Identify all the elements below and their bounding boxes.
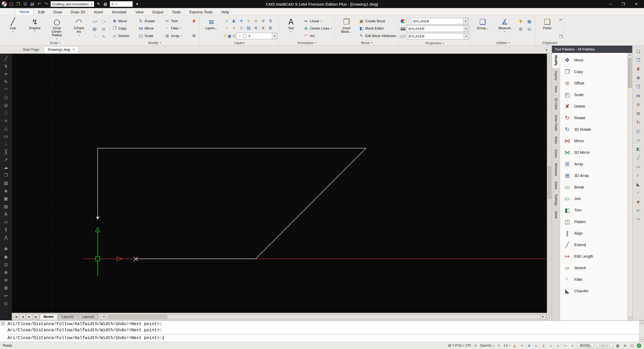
hatch-icon[interactable]: ▨ <box>2 179 10 187</box>
palette-tab-windows[interactable]: Windows <box>552 161 560 179</box>
mirror-icon[interactable]: ⋈ <box>634 92 643 100</box>
point-icon[interactable]: ∴ <box>2 140 10 148</box>
menu-tab-view[interactable]: View <box>131 9 148 15</box>
panel-label-properties[interactable]: Properties▾ <box>401 41 469 45</box>
palette-item-stretch[interactable]: ▱Stretch <box>560 262 627 274</box>
sweep-button[interactable]: ✽ <box>190 32 198 39</box>
group-button[interactable]: ❏Group... <box>473 17 493 40</box>
panel-label-draw[interactable]: Draw▾ <box>3 40 108 45</box>
scroll-down-icon[interactable]: ▼ <box>628 316 632 320</box>
layer-lock-toggle-button[interactable]: ⊘ <box>232 34 236 38</box>
layer-thaw-button[interactable]: ☼ <box>223 24 230 31</box>
layer-states-manager-button[interactable]: ▤ <box>245 24 252 31</box>
palette-item-offset[interactable]: ⊚Offset <box>560 77 627 89</box>
scroll-down-icon[interactable]: ▼ <box>547 316 552 320</box>
doc-tab-drawing1-dwg[interactable]: Drawing1.dwg✕ <box>44 46 79 53</box>
layers-manager-button[interactable]: ≡Layers... <box>201 17 222 40</box>
donut-icon[interactable]: ◎ <box>2 101 10 109</box>
tab-list-caret-icon[interactable]: ▾ <box>546 48 550 53</box>
palette-item-chamfer[interactable]: ◣Chamfer <box>560 285 627 297</box>
palette-item-copy[interactable]: ❐Copy <box>560 66 627 77</box>
quick-calculator-button[interactable]: ▦ <box>525 18 534 25</box>
rectangle-icon[interactable]: ▭ <box>2 132 10 140</box>
quick-view-icon[interactable]: ▦ <box>615 343 620 348</box>
close-button[interactable]: ✕ <box>630 1 642 8</box>
menu-tab-annotate[interactable]: Annotate <box>108 9 131 15</box>
break-icon[interactable]: ▭ <box>634 162 643 170</box>
undo-icon[interactable]: ↶ <box>634 207 643 215</box>
cut-button[interactable]: ✂ <box>559 17 563 22</box>
center-lines-button[interactable]: ⊕Center Lines▾ <box>303 25 333 32</box>
donut-button[interactable]: ◎ <box>99 25 108 33</box>
layout-tab-layout1[interactable]: Layout1 <box>58 314 78 319</box>
command-history[interactable]: Arc/Close/Distance/Follow/Halfwidth/Widt… <box>0 321 639 342</box>
status-ok-icon[interactable]: ✓ <box>637 343 641 348</box>
line-button[interactable]: ╱Line▾ <box>3 17 23 40</box>
clean-screen-icon[interactable]: ◱ <box>630 343 635 348</box>
minimize-button[interactable]: ─ <box>604 1 617 8</box>
construction-line-icon[interactable]: ╳ <box>2 148 10 156</box>
copy-button[interactable]: ❐Copy <box>111 25 137 32</box>
palette-item-scale[interactable]: ◰Scale <box>560 89 627 100</box>
arc-icon[interactable]: ◠ <box>2 86 10 93</box>
trim-button[interactable]: ✂Trim <box>164 17 190 24</box>
insert-block-button[interactable]: ❒InsertBlock... <box>336 17 357 40</box>
palette-item-align[interactable]: ∥Align <box>560 227 627 239</box>
spline-icon[interactable]: ∿ <box>2 117 10 125</box>
dimension-linear-button[interactable]: ↔Linear▾ <box>303 17 333 24</box>
palette-tab-view[interactable]: View <box>552 83 560 95</box>
doc-tab-start-page[interactable]: Start Page <box>19 46 43 53</box>
toolbar-options-icon[interactable]: ▾ <box>134 1 140 7</box>
chevron-down-icon[interactable]: ▾ <box>272 33 277 39</box>
quick-layer-dropdown[interactable]: 0 ▾ <box>110 1 133 7</box>
erase-button[interactable]: ✘ <box>190 17 198 24</box>
new-file-icon[interactable]: ▢ <box>8 1 14 7</box>
ellipse-icon[interactable]: ◌ <box>2 109 10 117</box>
palette-tab-railings[interactable]: Railings <box>552 192 560 209</box>
palette-tab-3d-orbit[interactable]: 3D Orbit <box>552 95 560 112</box>
first-layout-icon[interactable]: |◀ <box>13 314 19 319</box>
scroll-up-icon[interactable]: ▲ <box>639 321 644 325</box>
palette-item-join[interactable]: ▭Join <box>560 193 627 204</box>
layer-states-icon[interactable]: ▦ <box>102 1 109 7</box>
array-icon[interactable]: ⊞ <box>634 109 643 117</box>
fillet-icon[interactable]: ◜ <box>634 189 643 197</box>
annotation-edit-icon[interactable]: ✎ <box>496 343 502 348</box>
lineweight-control[interactable]: BYLAYER▾ <box>401 25 469 32</box>
rotate-button[interactable]: ↻Rotate <box>138 17 163 24</box>
zoom-previous-icon[interactable]: ↩ <box>2 292 10 300</box>
previous-layout-icon[interactable]: ◀ <box>20 314 26 319</box>
entity-snap-icon[interactable]: ◇ <box>548 343 554 348</box>
three-point-arc-button[interactable]: ◠3-PointArc▾ <box>69 17 89 40</box>
text-button[interactable]: AText▾ <box>281 17 301 40</box>
palette-item-3d-rotate[interactable]: ↻3D Rotate <box>560 123 627 135</box>
layer-on-button[interactable]: ☀ <box>230 24 238 31</box>
copy-clip-button[interactable]: ❐ <box>559 34 563 39</box>
lineweight-display-icon[interactable]: ━ <box>563 343 568 348</box>
undo-icon[interactable]: ↶ <box>36 1 42 7</box>
snap-tracking-icon[interactable]: ✛ <box>473 343 478 348</box>
menu-tab-insert[interactable]: Insert <box>90 9 107 15</box>
palette-scrollbar[interactable]: ▲▼ <box>627 53 632 320</box>
zoom-all-icon[interactable]: ⊙ <box>2 300 10 307</box>
close-tab-icon[interactable]: ✕ <box>72 48 75 51</box>
zoom-in-icon[interactable]: ⊕ <box>2 268 10 276</box>
polar-tracking-icon[interactable]: ∠ <box>541 343 546 348</box>
scale-icon[interactable]: ◰ <box>634 127 643 135</box>
menu-tab-tools[interactable]: Tools <box>168 9 185 15</box>
palette-item-break[interactable]: ▭Break <box>560 181 627 193</box>
polyline-button[interactable]: ↯Polyline▾ <box>25 17 45 40</box>
polygon-icon[interactable]: △ <box>2 125 10 132</box>
point-button[interactable]: ∴ <box>91 33 99 40</box>
zoom-extents-icon[interactable]: ⊠ <box>2 284 10 292</box>
palette-item-3d-array[interactable]: ⊞3D Array <box>560 170 627 181</box>
workspace-dropdown[interactable]: Drafting and Annotation ▾ <box>50 1 94 7</box>
ortho-icon[interactable]: ∟ <box>534 343 539 348</box>
layer-unlock-button[interactable]: ⊙ <box>238 24 245 31</box>
spline-button[interactable]: ∿ <box>99 33 108 40</box>
erase-icon[interactable]: ✘ <box>634 65 643 73</box>
layer-dropdown[interactable]: ☀0▾ <box>236 33 277 39</box>
grid-display-icon[interactable]: # <box>526 343 532 348</box>
zoom-window-icon[interactable]: ⊡ <box>2 261 10 268</box>
id-point-button[interactable]: ◎ <box>525 25 534 33</box>
